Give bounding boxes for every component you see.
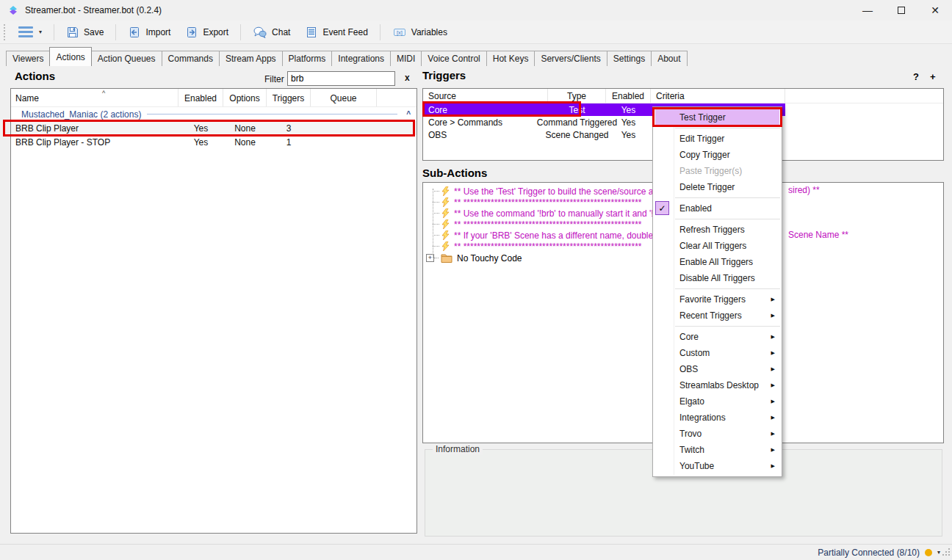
chat-icon [253, 26, 267, 39]
column-header-queue[interactable]: Queue [311, 89, 377, 106]
variables-icon: [x] [392, 26, 407, 39]
tab-actions[interactable]: Actions [49, 47, 91, 66]
filter-clear-button[interactable]: x [405, 73, 410, 83]
export-button[interactable]: Export [179, 23, 234, 41]
actions-list: ^ Name Enabled Options Triggers Queue Mu… [10, 88, 417, 534]
tab-about[interactable]: About [651, 51, 687, 66]
menu-item-refresh-triggers[interactable]: Refresh Triggers [653, 222, 782, 238]
column-header-enabled[interactable]: Enabled [606, 89, 651, 103]
filter-label: Filter [264, 74, 284, 84]
tab-hot-keys[interactable]: Hot Keys [486, 51, 536, 66]
menu-item-favorite-triggers[interactable]: Favorite Triggers▶ [653, 291, 782, 308]
resize-grip[interactable] [942, 548, 951, 559]
subactions-panel-title: Sub-Actions [422, 167, 487, 179]
submenu-arrow-icon: ▶ [771, 329, 775, 345]
import-icon [128, 26, 141, 39]
tab-commands[interactable]: Commands [162, 51, 220, 66]
checkbox-checked-icon[interactable]: ✓ [655, 201, 669, 215]
menu-item-streamlabs-desktop[interactable]: Streamlabs Desktop▶ [653, 377, 782, 393]
menu-item-recent-triggers[interactable]: Recent Triggers▶ [653, 308, 782, 324]
sort-ascending-icon: ^ [102, 90, 105, 97]
subaction-text-fragment: Scene Name ** [788, 230, 848, 240]
menu-item-custom[interactable]: Custom▶ [653, 345, 782, 361]
lightning-bolt-icon [441, 186, 450, 196]
hamburger-icon [18, 26, 33, 37]
column-header-type[interactable]: Type [548, 89, 606, 103]
column-header-options[interactable]: Options [223, 89, 267, 106]
triggers-add-button[interactable]: + [930, 71, 936, 82]
tab-integrations[interactable]: Integrations [331, 51, 391, 66]
menu-item-copy-trigger[interactable]: Copy Trigger [653, 147, 782, 163]
status-bar: Partially Connected (8/10) ▾ [0, 544, 952, 560]
title-bar: Streamer.bot - Streamer.bot (0.2.4) — ✕ [0, 0, 952, 21]
information-label: Information [433, 444, 483, 454]
menu-item-youtube[interactable]: YouTube▶ [653, 458, 782, 474]
import-label: Import [145, 27, 170, 37]
export-icon [185, 26, 198, 39]
menu-item-trovo[interactable]: Trovo▶ [653, 426, 782, 442]
variables-label: Variables [411, 27, 447, 37]
tab-midi[interactable]: MIDI [390, 51, 422, 66]
column-header-criteria[interactable]: Criteria [651, 89, 785, 103]
main-toolbar: ▾ Save Import Export Chat Event Feed [0, 21, 952, 44]
save-label: Save [84, 27, 104, 37]
minimize-icon: — [862, 4, 873, 16]
menu-item-obs[interactable]: OBS▶ [653, 361, 782, 377]
event-feed-button[interactable]: Event Feed [299, 23, 373, 41]
tab-stream-apps[interactable]: Stream Apps [219, 51, 283, 66]
menu-item-integrations[interactable]: Integrations▶ [653, 410, 782, 426]
save-button[interactable]: Save [60, 23, 109, 41]
submenu-arrow-icon: ▶ [771, 410, 775, 426]
save-floppy-icon [66, 26, 79, 39]
action-group-header[interactable]: Mustached_Maniac (2 actions) ^ [11, 107, 416, 121]
lightning-bolt-icon [441, 219, 450, 229]
submenu-arrow-icon: ▶ [771, 291, 775, 308]
tab-action-queues[interactable]: Action Queues [91, 51, 162, 66]
tab-voice-control[interactable]: Voice Control [421, 51, 486, 66]
import-button[interactable]: Import [122, 23, 176, 41]
menu-item-delete-trigger[interactable]: Delete Trigger [653, 179, 782, 195]
actions-table-header: ^ Name Enabled Options Triggers Queue [11, 89, 416, 107]
tab-viewers[interactable]: Viewers [6, 51, 50, 66]
table-row-brb-clip-player-stop[interactable]: BRB Clip Player - STOP Yes None 1 [11, 135, 416, 149]
actions-panel-title: Actions [15, 70, 55, 82]
menu-item-clear-all-triggers[interactable]: Clear All Triggers [653, 238, 782, 254]
table-row-brb-clip-player[interactable]: BRB Clip Player Yes None 3 [11, 121, 416, 135]
chat-button[interactable]: Chat [247, 23, 296, 41]
filter-input[interactable] [287, 71, 395, 86]
toolbar-grip[interactable] [4, 24, 7, 40]
main-menu-button[interactable]: ▾ [12, 24, 48, 40]
menu-item-disable-all-triggers[interactable]: Disable All Triggers [653, 270, 782, 286]
column-header-enabled[interactable]: Enabled [178, 89, 223, 106]
menu-item-core[interactable]: Core▶ [653, 329, 782, 345]
minimize-button[interactable]: — [851, 0, 884, 21]
connection-status-dot-icon[interactable] [925, 549, 932, 556]
menu-separator [675, 326, 780, 327]
menu-item-twitch[interactable]: Twitch▶ [653, 442, 782, 458]
maximize-button[interactable] [884, 0, 918, 21]
tab-servers-clients[interactable]: Servers/Clients [534, 51, 607, 66]
toolbar-separator [240, 24, 241, 40]
menu-item-enabled[interactable]: ✓ Enabled [653, 200, 782, 217]
toolbar-separator [54, 24, 54, 40]
tab-settings[interactable]: Settings [607, 51, 652, 66]
variables-button[interactable]: [x] Variables [386, 23, 453, 41]
triggers-help-button[interactable]: ? [913, 71, 919, 82]
chevron-down-icon: ▾ [39, 29, 42, 35]
trigger-context-menu: Test Trigger Edit Trigger Copy Trigger P… [652, 106, 782, 477]
collapse-chevron-icon[interactable]: ^ [406, 110, 416, 118]
column-header-triggers[interactable]: Triggers [267, 89, 311, 106]
column-header-name[interactable]: Name [11, 89, 178, 106]
close-button[interactable]: ✕ [918, 0, 952, 21]
menu-item-test-trigger[interactable]: Test Trigger [655, 109, 779, 126]
menu-item-edit-trigger[interactable]: Edit Trigger [653, 131, 782, 147]
tab-platforms[interactable]: Platforms [282, 51, 333, 66]
menu-separator [675, 128, 780, 128]
lightning-bolt-icon [441, 197, 450, 207]
triggers-panel-title: Triggers [422, 69, 466, 81]
menu-item-elgato[interactable]: Elgato▶ [653, 393, 782, 410]
svg-text:[x]: [x] [397, 29, 403, 35]
menu-item-enable-all-triggers[interactable]: Enable All Triggers [653, 254, 782, 270]
column-header-source[interactable]: Source [423, 89, 548, 103]
status-chevron-down-icon[interactable]: ▾ [937, 549, 940, 556]
